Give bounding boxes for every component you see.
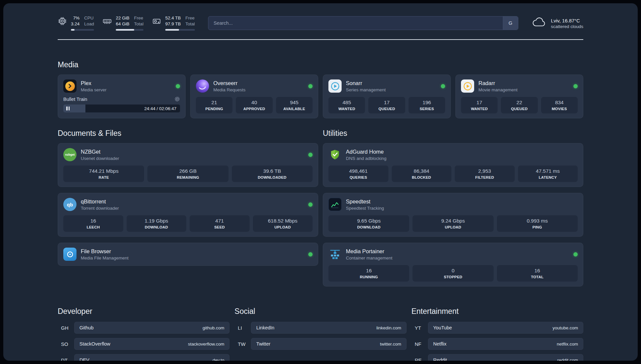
developer-section-title: Developer (58, 307, 229, 316)
disk-progress-fill (165, 29, 179, 31)
speedtest-card[interactable]: Speedtest Speedtest Tracking 9.65 Gbps D… (323, 193, 583, 237)
filebrowser-icon (63, 248, 76, 261)
disk-progress-bar (165, 29, 195, 31)
memory-total-label: Total (134, 21, 144, 27)
stat-running: 16 RUNNING (328, 265, 409, 282)
overseerr-card[interactable]: Overseerr Media Requests 21 PENDING 40 A… (190, 75, 318, 118)
link-abbr-netflix: NF (412, 341, 428, 347)
stat-filtered: 2,953 FILTERED (455, 166, 515, 182)
developer-links-column: Developer GH Github github.com SO StackO… (58, 307, 229, 361)
app-name: NZBGet (81, 149, 119, 155)
link-reddit[interactable]: Reddit reddit.com (428, 354, 583, 361)
weather-condition: scattered clouds (551, 24, 583, 29)
link-youtube[interactable]: YouTube youtube.com (428, 322, 583, 334)
sonarr-card[interactable]: Sonarr Series management 485 WANTED 17 Q… (323, 75, 451, 118)
filebrowser-card[interactable]: File Browser Media File Management (58, 243, 318, 266)
app-name: Plex (81, 80, 107, 86)
app-name: Media Portainer (346, 248, 392, 255)
plex-icon (63, 79, 76, 93)
app-name: Sonarr (346, 80, 386, 86)
link-abbr-github: GH (58, 325, 74, 331)
app-description: Movie management (478, 87, 518, 92)
app-name: qBittorrent (81, 198, 119, 205)
top-bar: 7% 3.24 CPU Load (58, 3, 583, 40)
disk-free-label: Free (185, 15, 195, 21)
link-twitter[interactable]: Twitter twitter.com (251, 338, 406, 350)
social-links-column: Social LI LinkedIn linkedin.com TW Twitt… (234, 307, 406, 354)
stat-total: 16 TOTAL (497, 265, 578, 282)
link-github[interactable]: Github github.com (74, 322, 229, 334)
memory-free-value: 22 GiB (116, 15, 129, 21)
link-abbr-dev: DT (58, 357, 74, 361)
app-description: Media File Management (81, 256, 129, 260)
link-row: NF Netflix netflix.com (412, 338, 583, 350)
memory-total-value: 64 GiB (116, 21, 129, 27)
search-input[interactable] (208, 16, 503, 30)
search-bar: G (208, 16, 518, 30)
app-description: Series management (346, 87, 386, 92)
weather-location: Lviv, 16.87°C (551, 17, 583, 24)
search-engine-button[interactable]: G (503, 16, 518, 30)
stat-upload: 618.52 Mbps UPLOAD (253, 215, 313, 232)
app-description: Media server (81, 87, 107, 92)
online-status-dot (308, 202, 313, 207)
adguard-card[interactable]: AdGuard Home DNS and adblocking 498,461 … (323, 143, 583, 187)
stat-leech: 16 LEECH (63, 215, 123, 232)
overseerr-icon (196, 79, 209, 93)
utilities-column: Utilities AdGuard Home (323, 118, 583, 292)
online-status-dot (176, 84, 180, 88)
entertainment-links-column: Entertainment YT YouTube youtube.com NF … (412, 307, 583, 361)
stat-ping: 0.993 ms PING (497, 215, 578, 232)
qbittorrent-card[interactable]: qb qBittorrent Torrent downloader 16 LEE… (58, 193, 318, 237)
portainer-card[interactable]: Media Portainer Container management 16 … (323, 243, 583, 287)
link-row: YT YouTube youtube.com (412, 322, 583, 334)
cpu-label: CPU (84, 15, 94, 21)
nzbget-icon: nzbget (63, 148, 76, 161)
cloud-icon (532, 17, 547, 29)
plex-card[interactable]: Plex Media server Bullet Train (58, 75, 186, 118)
entertainment-section-title: Entertainment (412, 307, 583, 316)
link-stackoverflow[interactable]: StackOverflow stackoverflow.com (74, 338, 229, 350)
link-row: LI LinkedIn linkedin.com (234, 322, 406, 334)
disk-widget: 52.4 TB 97.9 TB Free Total (152, 15, 195, 31)
app-description: Speedtest Tracking (346, 206, 384, 211)
link-row: TW Twitter twitter.com (234, 338, 406, 350)
link-netflix[interactable]: Netflix netflix.com (428, 338, 583, 350)
app-name: AdGuard Home (346, 149, 386, 155)
cpu-usage-value: 7% (73, 15, 80, 21)
online-status-dot (573, 252, 578, 257)
online-status-dot (308, 252, 313, 257)
app-name: File Browser (81, 248, 129, 255)
stat-wanted: 17 WANTED (461, 97, 498, 113)
stat-series: 196 SERIES (409, 97, 445, 113)
link-abbr-twitter: TW (234, 341, 251, 347)
app-description: DNS and adblocking (346, 156, 386, 161)
nzbget-card[interactable]: nzbget NZBGet Usenet downloader 744.21 M… (58, 143, 318, 187)
app-description: Usenet downloader (81, 156, 119, 161)
stat-remaining: 266 GB REMAINING (147, 166, 228, 182)
memory-free-label: Free (134, 15, 143, 21)
online-status-dot (573, 84, 578, 88)
link-dev[interactable]: DEV dev.to (74, 354, 229, 361)
cpu-progress-bar (71, 29, 94, 31)
stat-downloaded: 39.6 TB DOWNLOADED (232, 166, 313, 182)
app-name: Overseerr (213, 80, 246, 86)
stat-stopped: 0 STOPPED (412, 265, 493, 282)
link-linkedin[interactable]: LinkedIn linkedin.com (251, 322, 406, 334)
radarr-card[interactable]: Radarr Movie management 17 WANTED 22 QUE… (455, 75, 583, 118)
app-description: Media Requests (213, 87, 246, 92)
stat-download: 9.65 Gbps DOWNLOAD (328, 215, 409, 232)
link-row: GH Github github.com (58, 322, 229, 334)
gear-icon[interactable] (174, 96, 180, 102)
weather-widget[interactable]: Lviv, 16.87°C scattered clouds (532, 17, 583, 29)
sonarr-icon (328, 79, 342, 93)
stat-seed: 471 SEED (190, 215, 250, 232)
link-abbr-stackoverflow: SO (58, 341, 74, 347)
app-description: Torrent downloader (81, 206, 119, 211)
social-section-title: Social (234, 307, 406, 316)
stat-queued: 22 QUEUED (501, 97, 537, 113)
stat-wanted: 485 WANTED (328, 97, 365, 113)
pause-button[interactable] (66, 106, 70, 110)
ram-icon (103, 16, 112, 27)
playback-seekbar[interactable]: 24:44 / 02:06:47 (63, 105, 180, 112)
